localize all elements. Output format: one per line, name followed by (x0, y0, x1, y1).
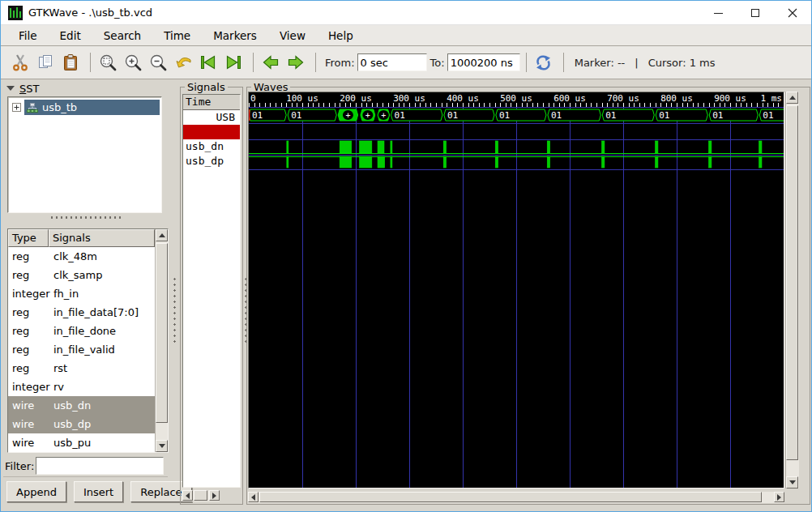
svg-text:01: 01 (763, 110, 773, 121)
table-row[interactable]: integerfh_in (8, 284, 155, 303)
table-row[interactable]: regin_file_valid (8, 340, 155, 359)
filter-label: Filter: (5, 460, 34, 472)
menu-item-help[interactable]: Help (320, 27, 361, 45)
scroll-down-button[interactable] (156, 440, 168, 452)
column-header-signals[interactable]: Signals (49, 229, 155, 247)
scroll-right-button[interactable] (774, 492, 784, 502)
scroll-thumb[interactable] (259, 492, 762, 502)
wave-canvas[interactable]: 0100 us200 us300 us400 us500 us600 us700… (248, 92, 784, 489)
sst-horizontal-splitter[interactable] (51, 215, 121, 220)
window-title: GTKWave - .\usb_tb.vcd (28, 6, 152, 19)
tree-item-usb-tb[interactable]: usb_tb (10, 100, 160, 115)
table-row[interactable]: wireusb_dn (8, 396, 155, 415)
waves-hscrollbar[interactable] (248, 492, 784, 503)
signal-type: wire (8, 437, 49, 449)
zoom-in-button[interactable] (122, 51, 144, 74)
from-input[interactable] (357, 53, 427, 71)
insert-button[interactable]: Insert (74, 481, 123, 502)
trace-name-USB[interactable]: USB (183, 110, 240, 125)
main-area: SST usb_tb (1, 79, 812, 512)
titlebar[interactable]: GTKWave - .\usb_tb.vcd (1, 1, 811, 25)
table-row[interactable]: regclk_48m (8, 247, 155, 266)
shift-left-button[interactable] (259, 51, 282, 74)
menu-item-file[interactable]: File (11, 27, 45, 45)
scroll-thumb[interactable] (786, 105, 798, 460)
expander-triangle-icon (6, 86, 15, 95)
signal-name: usb_dn (49, 399, 155, 412)
signals-panel-title: Signals (185, 81, 228, 93)
zoom-out-button[interactable] (147, 51, 169, 74)
scroll-down-button[interactable] (786, 476, 798, 489)
signal-table-body[interactable]: Type Signals regclk_48mregclk_sampintege… (8, 229, 155, 452)
scroll-thumb[interactable] (156, 243, 168, 423)
table-row[interactable]: regrst (8, 359, 155, 378)
table-row[interactable]: regin_file_done (8, 322, 155, 340)
trace-name-usb_dn[interactable]: usb_dn (183, 139, 240, 154)
time-header[interactable]: Time (183, 95, 240, 110)
scroll-up-button[interactable] (156, 229, 168, 241)
svg-text:01: 01 (499, 110, 510, 121)
tree-expander-plus-icon[interactable] (12, 103, 21, 112)
trace-selected-blank[interactable] (183, 125, 240, 139)
signal-name: fh_in (49, 288, 155, 300)
menu-item-view[interactable]: View (271, 27, 314, 45)
menu-item-edit[interactable]: Edit (52, 27, 89, 45)
scroll-up-button[interactable] (786, 92, 798, 104)
minimize-icon (714, 13, 723, 14)
signals-hscrollbar[interactable] (182, 490, 220, 501)
toolbar: From: To: Marker: -- | Cursor: 1 ms (1, 46, 811, 79)
signal-type: wire (8, 399, 49, 412)
waves-vscrollbar[interactable] (785, 92, 799, 489)
table-row[interactable]: wireusb_dp (8, 415, 155, 433)
svg-text:500 us: 500 us (500, 93, 532, 104)
go-to-start-button[interactable] (197, 51, 220, 74)
signal-name: in_file_valid (49, 343, 155, 356)
shift-right-button[interactable] (284, 51, 307, 74)
paste-button[interactable] (59, 51, 82, 74)
left-arrow-icon (248, 494, 255, 501)
to-input[interactable] (447, 53, 520, 71)
signals-panel: Signals Time USBusb_dnusb_dp (180, 87, 243, 505)
reload-button[interactable] (532, 51, 555, 74)
close-button[interactable] (774, 1, 811, 25)
table-row[interactable]: wireusb_pu (8, 433, 155, 452)
signals-list[interactable]: Time USBusb_dnusb_dp (182, 94, 241, 488)
tree-item-selection[interactable]: usb_tb (24, 100, 160, 115)
maximize-button[interactable] (737, 1, 774, 25)
pane-splitter[interactable] (170, 79, 177, 512)
filter-input[interactable] (36, 457, 164, 475)
sst-expander[interactable]: SST (6, 83, 39, 95)
svg-text:100 us: 100 us (286, 93, 318, 104)
svg-text:0: 0 (250, 93, 256, 104)
waves-panel: Waves 0100 us200 us300 us400 us500 us600… (246, 87, 810, 505)
trace-name-usb_dp[interactable]: usb_dp (183, 154, 240, 169)
zoom-fit-button[interactable] (96, 51, 119, 74)
svg-text:700 us: 700 us (607, 93, 639, 104)
minimize-button[interactable] (699, 1, 737, 25)
svg-text:01: 01 (447, 110, 458, 121)
cut-button[interactable] (9, 51, 32, 74)
svg-text:400 us: 400 us (447, 93, 479, 104)
append-button[interactable]: Append (6, 481, 66, 502)
menu-item-time[interactable]: Time (156, 27, 199, 45)
menu-item-search[interactable]: Search (96, 27, 149, 45)
scroll-left-button[interactable] (182, 490, 193, 501)
svg-text:01: 01 (712, 110, 723, 121)
table-row[interactable]: regin_file_data[7:0] (8, 303, 155, 322)
scroll-left-button[interactable] (248, 492, 259, 502)
undo-button[interactable] (172, 51, 194, 74)
copy-button[interactable] (34, 51, 57, 74)
left-arrow-icon (182, 493, 190, 499)
scroll-right-button[interactable] (209, 490, 220, 501)
table-row[interactable]: regclk_samp (8, 266, 155, 284)
svg-text:01: 01 (395, 110, 405, 121)
sst-tree[interactable]: usb_tb (7, 96, 162, 213)
svg-text:900 us: 900 us (714, 93, 746, 104)
column-header-type[interactable]: Type (8, 229, 49, 247)
signal-table-vscrollbar[interactable] (155, 229, 168, 452)
menu-item-markers[interactable]: Markers (205, 27, 265, 45)
scroll-thumb[interactable] (194, 490, 207, 501)
table-row[interactable]: integerrv (8, 378, 155, 396)
go-to-end-button[interactable] (222, 51, 245, 74)
reload-icon (534, 53, 553, 72)
